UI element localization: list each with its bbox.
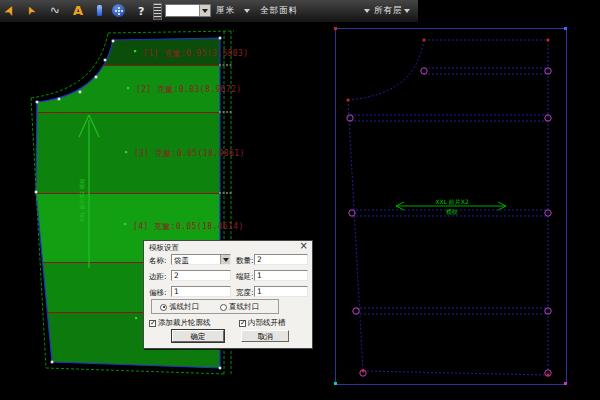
name-combobox-value: 袋盖 — [174, 256, 189, 266]
quantity-field[interactable] — [254, 254, 308, 265]
quantity-label: 数量: — [236, 256, 254, 266]
margin-label: 边距: — [149, 272, 167, 282]
annotation-label: [3] 克重:0.05(18.9861) — [134, 149, 245, 158]
name-dropdown-button[interactable] — [220, 255, 230, 264]
margin-field[interactable] — [171, 270, 231, 281]
radio-straight-closure[interactable]: 直线封口 — [220, 302, 259, 312]
grain-line-text: XXL 前片X2 横纹 — [79, 178, 86, 222]
template-settings-dialog: 模板设置 × 名称: 袋盖 数量: 边距: 端延: 偏移: 宽度: 弧线封口 直… — [143, 240, 313, 349]
checkbox-internal-slot[interactable]: ✓ 内部线开槽 — [239, 318, 286, 328]
offset-field[interactable] — [171, 286, 231, 297]
annotation-label: [4] 克重:0.05(18.4614) — [133, 222, 244, 231]
piece-size-label: XXL 前片X2 — [435, 198, 469, 206]
offset-label: 偏移: — [149, 288, 167, 298]
node-circles — [347, 68, 551, 376]
cancel-button[interactable]: 取消 — [241, 330, 289, 342]
chevron-down-icon — [223, 258, 229, 262]
checkbox-internal-slot-label: 内部线开槽 — [248, 318, 286, 328]
checkbox-add-outline[interactable]: ✓ 添加裁片轮廓线 — [149, 318, 211, 328]
internal-lines-dashed — [350, 68, 548, 314]
checkbox-checked-icon: ✓ — [239, 320, 246, 327]
name-combobox[interactable]: 袋盖 — [171, 254, 231, 265]
right-pattern-piece[interactable]: XXL 前片X2 横纹 — [334, 27, 567, 385]
extend-field[interactable] — [254, 270, 308, 281]
width-label: 宽度: — [236, 288, 254, 298]
annotation-label: [2] 克重:0.03(8.9672) — [136, 85, 241, 94]
ok-button[interactable]: 确定 — [172, 330, 224, 342]
close-icon[interactable]: × — [300, 241, 308, 251]
checkbox-add-outline-label: 添加裁片轮廓线 — [158, 318, 211, 328]
name-label: 名称: — [149, 256, 167, 266]
piece-grain-label: 横纹 — [446, 208, 458, 215]
radio-unselected-icon — [220, 304, 227, 311]
radio-arc-label: 弧线封口 — [169, 302, 199, 312]
app-window: ➤ ➤ ∿ A ? 厘米 全部面料 所有层 — [0, 0, 600, 400]
extend-label: 端延: — [236, 272, 254, 282]
dialog-title: 模板设置 — [149, 243, 179, 253]
radio-arc-closure[interactable]: 弧线封口 — [160, 302, 199, 312]
checkbox-checked-icon: ✓ — [149, 320, 156, 327]
annotation-label: [1] 克重:0.05(3.5803) — [143, 49, 248, 58]
width-field[interactable] — [254, 286, 308, 297]
radio-straight-label: 直线封口 — [229, 302, 259, 312]
radio-selected-icon — [160, 304, 167, 311]
